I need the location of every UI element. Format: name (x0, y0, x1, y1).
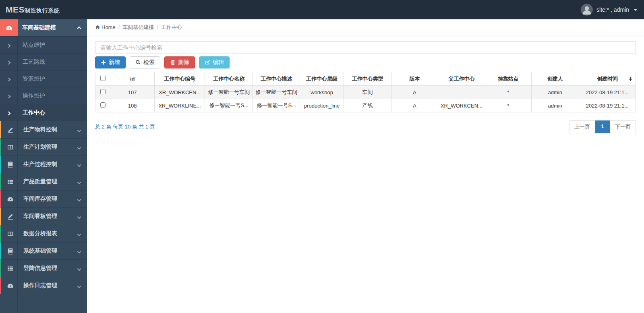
edit-icon (205, 60, 210, 65)
chevron-down-icon (78, 265, 81, 272)
chevron-down-icon (78, 126, 81, 133)
col-header-id[interactable]: id (110, 72, 155, 86)
col-header-creator[interactable]: 创建人 (531, 72, 579, 86)
breadcrumb-item-work-center: 工作中心 (161, 24, 182, 31)
book-icon (6, 247, 14, 255)
col-header-created-time-label: 创建时间 (597, 76, 618, 82)
cell-created-time: 2022-08-19 21:1... (579, 99, 636, 112)
table-header-row: id 工作中心编号 工作中心名称 工作中心描述 工作中心层级 工作中心类型 版本… (95, 72, 636, 86)
user-menu[interactable]: site:* , admin (581, 4, 638, 16)
cell-level: workshop (300, 86, 344, 99)
chevron-down-icon (78, 161, 81, 168)
pin-icon[interactable] (628, 76, 633, 81)
logo-primary: MES (6, 5, 25, 15)
sidebar: 车间基础建模 站点维护 工艺路线 资源维护 操作维护 工作中心 生产物料控制 (0, 19, 87, 313)
chevron-right-icon (7, 42, 10, 48)
row-select-cell (95, 99, 110, 112)
cell-station: * (485, 99, 531, 112)
table-row[interactable]: 107 XR_WORKCEN... 修一智能一号车间 修一智能一号车间 work… (95, 86, 636, 99)
search-button-label: 检索 (143, 59, 155, 66)
pagination-summary: 总 2 条 每页 10 条 共 1 页 (95, 123, 155, 131)
sidebar-group-workshop-modeling[interactable]: 车间基础建模 (0, 19, 87, 36)
sidebar-group-material-control[interactable]: 生产物料控制 (0, 121, 87, 138)
select-all-checkbox[interactable] (100, 76, 106, 81)
columns-icon (6, 230, 14, 237)
sidebar-item-label: 工作中心 (23, 109, 45, 116)
col-header-level[interactable]: 工作中心层级 (300, 72, 344, 86)
row-checkbox[interactable] (100, 89, 106, 94)
sidebar-group-analytics-reports[interactable]: 数据分析报表 (0, 225, 87, 242)
cell-station: * (485, 86, 531, 99)
col-header-parent[interactable]: 父工作中心 (438, 72, 485, 86)
search-button[interactable]: 检索 (130, 56, 160, 68)
sidebar-group-operation-log-management[interactable]: 操作日志管理 (0, 277, 87, 294)
dashboard-icon (6, 282, 14, 289)
table-row[interactable]: 108 XR_WORKLINE... 修一智能一号S... 修一智能一号S...… (95, 99, 636, 112)
cell-name: 修一智能一号车间 (205, 86, 253, 99)
cell-creator: admin (531, 86, 579, 99)
sidebar-group-label: 车间基础建模 (22, 24, 56, 31)
pencil-icon (6, 126, 14, 133)
edit-button-label: 编辑 (213, 59, 224, 66)
sidebar-item-process-route[interactable]: 工艺路线 (0, 53, 87, 70)
col-header-created-time[interactable]: 创建时间 (579, 72, 636, 86)
sidebar-group-label: 生产计划管理 (23, 143, 57, 151)
cell-version: A (391, 99, 438, 112)
cell-parent (438, 86, 485, 99)
page-1-button[interactable]: 1 (595, 120, 610, 133)
row-checkbox[interactable] (100, 102, 106, 108)
breadcrumb-separator: / (157, 24, 158, 30)
sidebar-item-label: 资源维护 (23, 75, 45, 83)
dashboard-icon (6, 195, 14, 203)
sidebar-group-kanban-management[interactable]: 车间看板管理 (0, 207, 87, 225)
search-input[interactable] (95, 41, 636, 54)
sidebar-group-login-info-management[interactable]: 登陆信息管理 (0, 259, 87, 277)
add-button[interactable]: 新增 (95, 56, 126, 68)
sidebar-group-label: 生产物料控制 (23, 126, 57, 133)
chevron-down-icon (78, 213, 81, 220)
sidebar-group-process-control[interactable]: 生产过程控制 (0, 155, 87, 173)
cell-code: XR_WORKLINE... (155, 99, 205, 112)
page-size: 每页 10 条 (113, 124, 137, 130)
sidebar-item-site-maintenance[interactable]: 站点维护 (0, 36, 87, 53)
cell-id: 108 (110, 99, 155, 112)
list-icon (6, 265, 14, 272)
breadcrumb-item-workshop-modeling[interactable]: 车间基础建模 (122, 24, 154, 31)
trash-icon (170, 60, 176, 65)
list-icon (6, 178, 14, 185)
sidebar-group-label: 数据分析报表 (23, 230, 57, 237)
sidebar-item-operation-maintenance[interactable]: 操作维护 (0, 87, 87, 104)
cell-description: 修一智能一号车间 (253, 86, 300, 99)
prev-page-button[interactable]: 上一页 (569, 120, 595, 133)
edit-button[interactable]: 编辑 (199, 56, 230, 68)
logo-secondary: 制造执行系统 (25, 7, 60, 15)
sidebar-item-work-center[interactable]: 工作中心 (0, 104, 87, 121)
sidebar-group-inventory-management[interactable]: 车间库存管理 (0, 190, 87, 207)
chevron-right-icon (7, 93, 10, 99)
delete-button[interactable]: 删除 (164, 56, 195, 68)
cell-name: 修一智能一号S... (205, 99, 253, 112)
sidebar-group-label: 车间看板管理 (23, 213, 57, 220)
home-icon (95, 25, 100, 30)
book-icon (6, 161, 14, 168)
cell-created-time: 2022-08-19 21:1... (579, 86, 636, 99)
col-header-code[interactable]: 工作中心编号 (155, 72, 205, 86)
breadcrumb: Home / 车间基础建模 / 工作中心 (87, 19, 644, 35)
topbar: MES制造执行系统 site:* , admin (0, 0, 644, 19)
col-header-station[interactable]: 挂靠站点 (485, 72, 531, 86)
col-header-description[interactable]: 工作中心描述 (253, 72, 300, 86)
col-header-name[interactable]: 工作中心名称 (205, 72, 253, 86)
sidebar-group-plan-management[interactable]: 生产计划管理 (0, 138, 87, 155)
chevron-down-icon (78, 230, 81, 237)
sidebar-group-system-management[interactable]: 系统基础管理 (0, 242, 87, 259)
sidebar-item-resource-maintenance[interactable]: 资源维护 (0, 70, 87, 87)
add-button-label: 新增 (109, 59, 120, 66)
sidebar-group-label: 登陆信息管理 (23, 265, 57, 272)
col-header-version[interactable]: 版本 (391, 72, 438, 86)
cell-description: 修一智能一号S... (253, 99, 300, 112)
cell-parent: XR_WORKCEN... (438, 99, 485, 112)
col-header-type[interactable]: 工作中心类型 (344, 72, 391, 86)
sidebar-group-quality-management[interactable]: 产品质量管理 (0, 173, 87, 190)
next-page-button[interactable]: 下一页 (610, 120, 636, 133)
breadcrumb-home-link[interactable]: Home (95, 24, 116, 30)
